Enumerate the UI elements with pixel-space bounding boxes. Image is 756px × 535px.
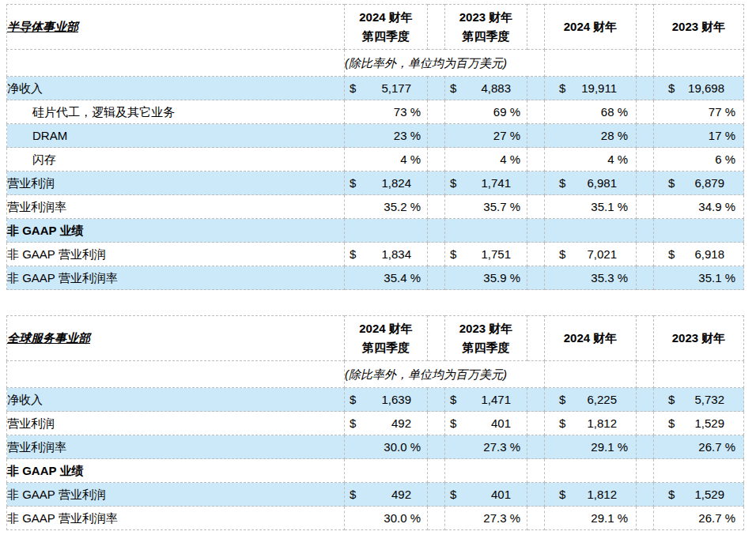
column-header: 2023 财年 — [654, 5, 744, 50]
currency-symbol: $ — [654, 393, 675, 407]
value-cell: $1,471 — [445, 388, 527, 412]
row-label: 非 GAAP 业绩 — [7, 219, 345, 243]
value-cell: $6,918 — [654, 243, 744, 266]
spacer-cell — [527, 148, 545, 171]
table-title: 半导体事业部 — [7, 5, 345, 50]
cell-value: 35.1 % — [698, 271, 743, 285]
table-row: 营业利润$492$401$1,812$1,529 — [7, 412, 744, 435]
spacer-cell — [527, 124, 545, 148]
value-cell: $6,879 — [654, 171, 744, 195]
column-header-line1: 2024 财年 — [345, 8, 427, 27]
cell-value: 6,918 — [694, 247, 743, 262]
value-cell: $1,529 — [654, 483, 744, 507]
cell-value: 1,529 — [694, 416, 743, 431]
value-cell: 23 % — [345, 124, 428, 148]
table-row: 营业利润率35.2 %35.7 %35.1 %34.9 % — [7, 195, 744, 219]
currency-symbol: $ — [345, 393, 356, 407]
row-label: 营业利润率 — [7, 435, 345, 459]
currency-symbol: $ — [545, 488, 565, 502]
column-header-text: 2024 财年 — [545, 329, 636, 348]
cell-value: 1,741 — [481, 176, 527, 190]
table-row: 营业利润$1,824$1,741$6,981$6,879 — [7, 171, 744, 195]
table-row: 非 GAAP 营业利润率35.4 %35.9 %35.3 %35.1 % — [7, 266, 744, 290]
spacer-cell — [637, 316, 654, 361]
value-cell-content: 73 % — [345, 105, 427, 119]
value-cell: 73 % — [345, 100, 428, 124]
cell-value: 401 — [491, 488, 527, 502]
value-cell-content: $6,225 — [545, 393, 636, 407]
table-row: 非 GAAP 业绩 — [7, 459, 744, 483]
cell-value: 6,981 — [587, 176, 636, 190]
table-row: 营业利润率30.0 %27.3 %29.1 %26.7 % — [7, 435, 744, 459]
cell-value: 1,529 — [694, 488, 743, 502]
spacer-cell — [637, 243, 654, 266]
value-cell-content: $1,812 — [545, 488, 636, 502]
value-cell: 68 % — [545, 100, 637, 124]
column-header: 2024 财年第四季度 — [345, 5, 428, 50]
value-cell-content: 4 % — [445, 153, 527, 167]
column-header: 2023 财年 — [654, 316, 744, 361]
cell-value: 4 % — [607, 153, 636, 167]
cell-value: 30.0 % — [384, 440, 427, 454]
column-header-line1: 2024 财年 — [345, 319, 427, 338]
value-cell-content: 68 % — [545, 105, 636, 119]
cell-value: 1,824 — [381, 176, 427, 190]
cell-value: 29.1 % — [591, 511, 636, 526]
value-cell — [445, 219, 527, 243]
value-cell-content: 77 % — [654, 105, 743, 119]
spacer-cell — [428, 435, 445, 459]
value-cell-content: 35.3 % — [545, 271, 636, 285]
value-cell: 28 % — [545, 124, 637, 148]
cell-value: 5,177 — [381, 81, 427, 96]
value-cell-content: $1,639 — [345, 393, 427, 407]
currency-symbol: $ — [654, 176, 675, 190]
value-cell-content: 30.0 % — [345, 440, 427, 454]
value-cell: 17 % — [654, 124, 744, 148]
spacer-cell — [428, 148, 445, 171]
spacer-cell — [428, 266, 445, 290]
value-cell: $6,981 — [545, 171, 637, 195]
header-row: 半导体事业部2024 财年第四季度2023 财年第四季度2024 财年2023 … — [7, 5, 744, 50]
table-row: 非 GAAP 业绩 — [7, 219, 744, 243]
value-cell: 29.1 % — [545, 435, 637, 459]
value-cell-content: $1,529 — [654, 416, 743, 431]
column-header-text: 2023 财年 — [654, 17, 743, 36]
currency-symbol: $ — [654, 488, 675, 502]
value-cell-content: $1,751 — [445, 247, 527, 262]
value-cell-content: 6 % — [654, 153, 743, 167]
currency-symbol: $ — [445, 488, 456, 502]
value-cell-content: 34.9 % — [654, 200, 743, 214]
row-label: 非 GAAP 业绩 — [7, 459, 345, 483]
row-label: 营业利润 — [7, 412, 345, 435]
value-cell-content: $1,529 — [654, 488, 743, 502]
column-header: 2023 财年第四季度 — [445, 5, 527, 50]
value-cell-content: 35.1 % — [545, 200, 636, 214]
spacer-cell — [428, 77, 445, 100]
value-cell — [654, 459, 744, 483]
table-row: 净收入$5,177$4,883$19,911$19,698 — [7, 77, 744, 100]
row-label: DRAM — [7, 124, 345, 148]
spacer-cell — [637, 124, 654, 148]
currency-symbol: $ — [445, 247, 456, 262]
value-cell: $1,824 — [345, 171, 428, 195]
value-cell-content: $1,834 — [345, 247, 427, 262]
cell-value: 35.7 % — [483, 200, 527, 214]
spacer-cell — [637, 77, 654, 100]
spacer-cell — [428, 100, 445, 124]
cell-value: 35.2 % — [384, 200, 427, 214]
spacer-cell — [428, 243, 445, 266]
cell-value: 1,639 — [381, 393, 427, 407]
value-cell: $1,639 — [345, 388, 428, 412]
value-cell-content: $1,471 — [445, 393, 527, 407]
note-row-label — [7, 361, 345, 388]
spacer-cell — [637, 435, 654, 459]
column-header-line2: 第四季度 — [345, 27, 427, 46]
cell-value: 17 % — [709, 129, 743, 143]
spacer-cell — [637, 148, 654, 171]
spacer-cell — [637, 483, 654, 507]
units-note-row: (除比率外，单位均为百万美元) — [7, 361, 744, 388]
spacer-cell — [428, 124, 445, 148]
value-cell: 4 % — [445, 148, 527, 171]
cell-value: 23 % — [394, 129, 427, 143]
column-header-line1: 2023 财年 — [654, 329, 743, 348]
